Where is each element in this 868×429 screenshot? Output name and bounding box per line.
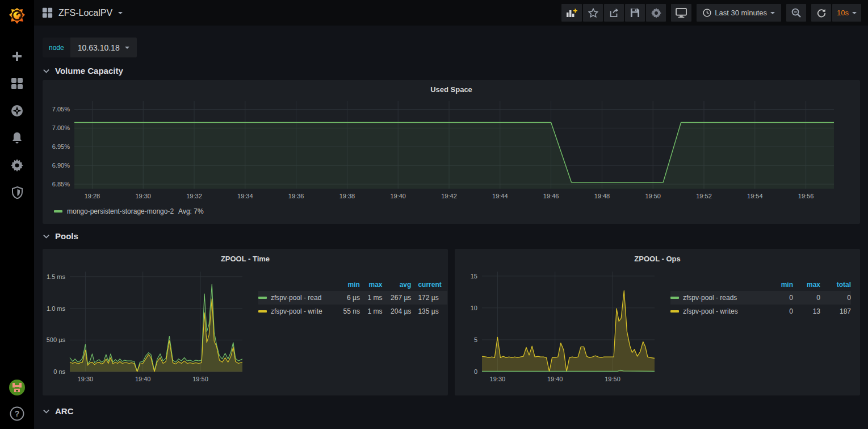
time-range-label: Last 30 minutes [715,9,767,17]
server-admin-shield-icon[interactable] [11,186,23,199]
cycle-view-mode-button[interactable] [671,4,691,22]
svg-text:7.00%: 7.00% [52,124,70,131]
legend-header-max[interactable]: max [360,278,383,291]
svg-text:10: 10 [471,305,477,311]
series-name[interactable]: zfspv-pool - reads [683,294,737,302]
svg-text:19:40: 19:40 [547,376,563,382]
refresh-button[interactable] [811,4,831,22]
legend-avg: 204 µs [383,305,412,318]
series-swatch [258,310,267,313]
svg-text:19:28: 19:28 [85,193,100,199]
svg-text:19:50: 19:50 [645,193,661,199]
add-panel-icon [566,9,577,18]
svg-text:19:38: 19:38 [339,193,355,199]
add-panel-button[interactable] [561,4,582,22]
grafana-logo-icon [8,7,26,25]
side-menu: ? [0,0,34,429]
svg-text:19:36: 19:36 [288,193,304,199]
svg-text:1.5 ms: 1.5 ms [47,273,66,280]
dashboards-icon[interactable] [11,77,23,90]
svg-text:19:52: 19:52 [696,193,712,199]
dashboard-title-button[interactable]: ZFS-LocalPV [42,7,123,18]
legend-row-write: zfspv-pool - write 55 ns 1 ms 204 µs 135… [258,305,447,318]
section-title: Volume Capacity [55,66,123,76]
legend-avg: 267 µs [383,291,412,305]
series-name[interactable]: zfspv-pool - writes [683,307,738,315]
chevron-down-icon [43,67,50,74]
chevron-down-icon [43,232,50,240]
svg-text:19:34: 19:34 [237,193,253,199]
star-dashboard-button[interactable] [583,4,603,22]
caret-down-icon [852,12,857,14]
svg-text:6.90%: 6.90% [52,162,70,169]
svg-text:19:30: 19:30 [490,376,506,382]
legend-current: 135 µs [411,305,447,318]
variable-node-dropdown[interactable]: 10.63.10.18 [70,38,137,57]
legend-header-avg[interactable]: avg [383,278,412,291]
grafana-logo[interactable] [0,0,34,32]
chevron-down-icon [43,407,50,415]
svg-text:19:46: 19:46 [543,193,559,199]
save-dashboard-button[interactable] [625,4,645,22]
svg-text:6.85%: 6.85% [52,181,70,188]
svg-text:19:42: 19:42 [441,193,457,199]
zpool-ops-panel: ZPOOL - Ops 19:3019:4019:50051015 min ma… [455,249,860,395]
refresh-interval-label: 10s [837,9,849,17]
svg-text:15: 15 [471,273,477,280]
section-title: Pools [55,231,78,241]
legend-header-max[interactable]: max [793,278,820,291]
explore-compass-icon[interactable] [11,105,23,117]
svg-text:19:50: 19:50 [605,376,620,382]
clock-icon [703,9,711,17]
variable-node-value: 10.63.10.18 [78,43,120,52]
user-avatar[interactable] [9,379,26,396]
svg-text:19:40: 19:40 [390,193,406,199]
dashboard-title: ZFS-LocalPV [58,8,112,18]
svg-text:7.05%: 7.05% [52,106,70,113]
template-variables-row: node 10.63.10.18 [43,38,860,57]
svg-text:0 ns: 0 ns [53,368,65,375]
zoom-out-icon [791,8,801,18]
panel-title-zpool-ops[interactable]: ZPOOL - Ops [455,252,860,266]
legend-row-read: zfspv-pool - read 6 µs 1 ms 267 µs 172 µ… [258,291,447,305]
share-dashboard-button[interactable] [604,4,624,22]
zpool-time-legend: min max avg current zfspv-pool - read 6 … [258,278,447,388]
zpool-ops-chart: 19:3019:4019:50051015 [455,266,664,388]
legend-min: 55 ns [336,305,360,318]
svg-text:500 µs: 500 µs [47,336,66,343]
legend-header-total[interactable]: total [820,278,851,291]
series-name[interactable]: mongo-persistent-storage-mongo-2 [67,207,174,215]
dashboard-settings-button[interactable] [646,4,666,22]
series-name[interactable]: zfspv-pool - write [271,307,322,315]
series-swatch [670,297,679,299]
configuration-gear-icon[interactable] [11,159,23,172]
section-pools[interactable]: Pools [43,226,860,245]
used-space-panel: Used Space 19:2819:3019:3219:3419:3619:3… [43,80,860,224]
refresh-interval-picker[interactable]: 10s [832,4,861,22]
legend-header-current[interactable]: current [411,278,447,291]
caret-down-icon [125,47,129,49]
svg-text:19:32: 19:32 [186,193,202,199]
svg-text:19:54: 19:54 [747,193,763,199]
svg-text:19:48: 19:48 [594,193,610,199]
legend-total: 187 [820,305,851,318]
section-volume-capacity[interactable]: Volume Capacity [43,61,860,80]
svg-text:?: ? [15,409,20,418]
settings-gear-icon [651,8,661,18]
share-icon [609,8,619,18]
section-arc[interactable]: ARC [43,401,860,420]
legend-header-min[interactable]: min [336,278,360,291]
panel-title-used-space[interactable]: Used Space [46,83,857,97]
legend-max: 1 ms [360,291,383,305]
alerting-bell-icon[interactable] [11,132,23,144]
create-plus-icon[interactable] [11,50,23,63]
variable-node-label: node [43,38,70,57]
help-icon[interactable]: ? [10,406,24,421]
series-name[interactable]: zfspv-pool - read [271,294,321,302]
apps-grid-icon [42,7,53,18]
panel-title-zpool-time[interactable]: ZPOOL - Time [43,252,448,266]
zoom-out-button[interactable] [786,4,806,22]
series-swatch [258,297,267,299]
time-range-picker[interactable]: Last 30 minutes [697,4,781,22]
legend-header-min[interactable]: min [761,278,793,291]
